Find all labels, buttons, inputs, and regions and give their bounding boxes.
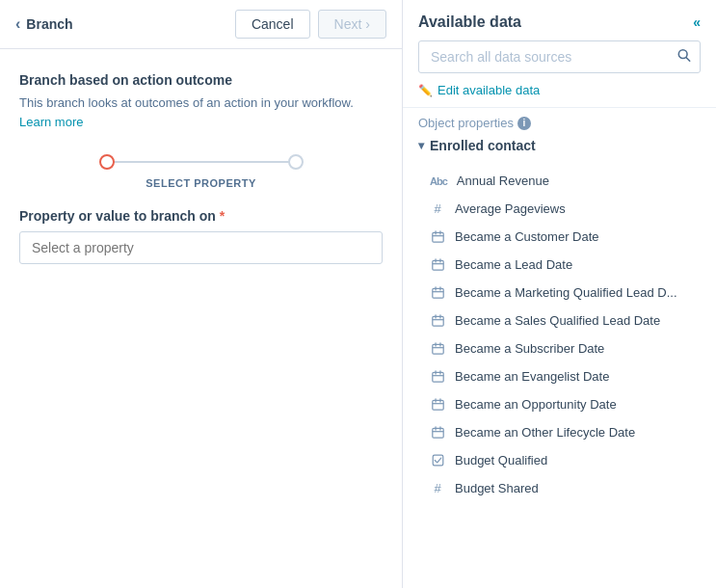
left-panel: ‹ Branch Cancel Next › Branch based on a… [0,0,403,588]
data-items-container: Abc Annual Revenue # Average Pageviews B… [403,167,716,502]
list-item[interactable]: # Budget Shared [403,474,716,502]
item-label: Annual Revenue [457,174,549,188]
left-content: Branch based on action outcome This bran… [0,49,402,287]
collapse-icon[interactable]: « [693,14,701,30]
list-item[interactable]: Became a Sales Qualified Lead Date [403,307,716,334]
enrolled-contact[interactable]: ▾ Enrolled contact [418,134,701,159]
section-desc-text: This branch looks at outcomes of an acti… [19,95,354,110]
item-label: Became an Evangelist Date [455,369,609,384]
left-header: ‹ Branch Cancel Next › [0,0,402,49]
property-label: Property or value to branch on * [19,208,383,224]
page-title: Branch [26,16,72,32]
item-type-icon [430,342,445,355]
step-dot-active [99,154,115,170]
item-type-icon: # [430,201,445,216]
item-type-icon: # [430,481,445,495]
back-link[interactable]: ‹ Branch [15,15,73,33]
pencil-icon: ✏️ [418,84,433,97]
svg-rect-10 [432,288,442,298]
item-type-icon: Abc [430,175,447,187]
list-item[interactable]: Became a Lead Date [403,251,716,279]
stepper-label: SELECT PROPERTY [19,177,383,189]
svg-rect-26 [432,400,442,410]
item-label: Became a Lead Date [455,257,572,272]
next-arrow-icon: › [365,16,370,32]
item-type-icon [430,314,445,327]
enrolled-contact-label: Enrolled contact [430,138,536,153]
list-item[interactable]: Abc Annual Revenue [403,167,716,195]
stepper-line [105,161,298,163]
item-label: Average Pageviews [455,201,566,216]
svg-rect-22 [432,372,442,382]
search-bar-wrapper [418,40,701,73]
item-type-icon [430,426,445,439]
list-item[interactable]: Became an Other Lifecycle Date [403,418,716,446]
next-button[interactable]: Next › [318,10,386,39]
list-item[interactable]: Budget Qualified [403,446,716,474]
data-list-inner: Object properties i ▾ Enrolled contact A… [403,107,716,510]
object-section-label-text: Object properties [418,116,514,130]
item-label: Became an Opportunity Date [455,397,617,412]
property-label-text: Property or value to branch on [19,208,216,224]
item-label: Became an Other Lifecycle Date [455,425,635,440]
item-type-icon [430,258,445,271]
right-header: Available data « [403,0,716,31]
object-section: Object properties i ▾ Enrolled contact [403,107,716,167]
item-label: Became a Sales Qualified Lead Date [455,313,660,328]
svg-line-1 [686,58,690,62]
right-panel: Available data « ✏️ Edit available data … [403,0,716,588]
section-title: Branch based on action outcome [19,72,383,88]
list-item[interactable]: Became an Opportunity Date [403,390,716,418]
property-select-wrapper [19,231,383,264]
back-arrow-icon: ‹ [15,15,20,33]
svg-rect-30 [432,428,442,438]
item-label: Budget Shared [455,481,539,495]
svg-rect-18 [432,344,442,354]
next-label: Next [334,16,362,32]
edit-label-text: Edit available data [438,83,540,97]
list-item[interactable]: Became a Customer Date [403,223,716,251]
section-desc: This branch looks at outcomes of an acti… [19,94,383,131]
header-actions: Cancel Next › [235,10,386,39]
item-type-icon [430,230,445,243]
item-type-icon [430,286,445,299]
learn-more-link[interactable]: Learn more [19,115,83,129]
search-icon [677,49,691,66]
available-data-title: Available data [418,13,521,31]
edit-available-data-link[interactable]: ✏️ Edit available data [403,83,716,107]
step-dot-inactive [288,154,304,170]
list-item[interactable]: Became a Marketing Qualified Lead D... [403,279,716,307]
item-label: Became a Subscriber Date [455,341,604,356]
item-type-icon [430,370,445,383]
data-list: Object properties i ▾ Enrolled contact A… [403,107,716,588]
item-type-icon [430,398,445,411]
item-label: Became a Marketing Qualified Lead D... [455,285,677,300]
list-item[interactable]: Became an Evangelist Date [403,362,716,390]
list-item[interactable]: # Average Pageviews [403,195,716,223]
property-select-input[interactable] [19,231,383,264]
stepper [19,154,383,170]
item-label: Budget Qualified [455,453,547,468]
item-type-icon [430,454,445,467]
svg-rect-2 [432,232,442,242]
item-label: Became a Customer Date [455,229,599,244]
required-star: * [220,208,225,224]
list-item[interactable]: Became a Subscriber Date [403,334,716,362]
svg-rect-14 [432,316,442,326]
object-section-title: Object properties i [418,116,701,130]
chevron-down-icon: ▾ [418,139,424,152]
search-input[interactable] [418,40,701,73]
svg-rect-6 [432,260,442,270]
info-icon: i [517,117,531,130]
cancel-button[interactable]: Cancel [235,10,310,39]
